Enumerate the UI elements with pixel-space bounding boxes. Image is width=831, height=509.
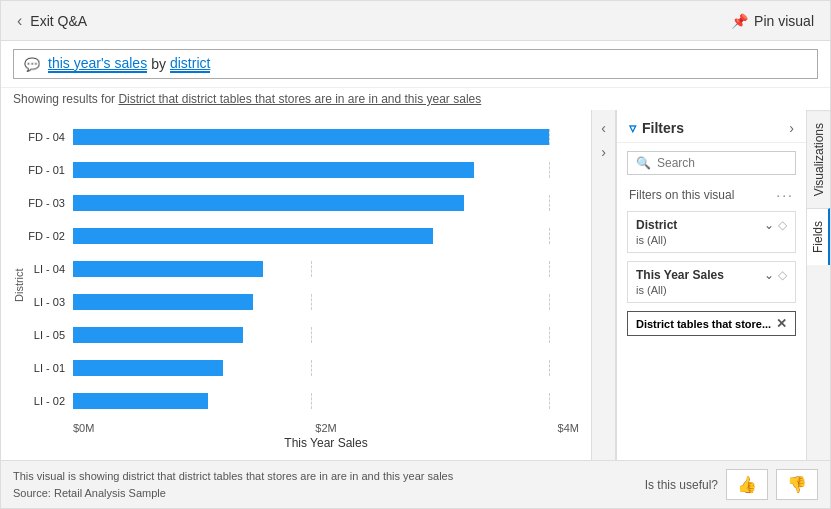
bar-row: FD - 03	[25, 192, 579, 214]
bar-track	[73, 327, 579, 343]
thumb-up-button[interactable]: 👍	[726, 469, 768, 500]
y-axis-label: District	[9, 120, 25, 450]
filters-on-visual-text: Filters on this visual	[629, 188, 734, 202]
thumb-down-button[interactable]: 👎	[776, 469, 818, 500]
bar-label: FD - 04	[25, 131, 73, 143]
filter-district-chevron[interactable]: ⌄	[764, 218, 774, 232]
bar-label: LI - 03	[25, 296, 73, 308]
bar-row: FD - 04	[25, 126, 579, 148]
bar-track	[73, 360, 579, 376]
pin-visual-button[interactable]: 📌 Pin visual	[731, 13, 814, 29]
search-query-part1: this year's sales	[48, 55, 147, 73]
filter-district-clear[interactable]: ◇	[778, 218, 787, 232]
bar-label: LI - 01	[25, 362, 73, 374]
filters-title: ▿ Filters	[629, 120, 684, 136]
top-bar: ‹ Exit Q&A 📌 Pin visual	[1, 1, 830, 41]
filter-tag[interactable]: District tables that store... ✕	[627, 311, 796, 336]
filters-title-text: Filters	[642, 120, 684, 136]
filters-search[interactable]: 🔍	[627, 151, 796, 175]
bar-row: LI - 01	[25, 357, 579, 379]
search-text: this year's sales by district	[48, 55, 210, 73]
filter-thisyearsales-icons: ⌄ ◇	[764, 268, 787, 282]
x-axis: $0M $2M $4M	[25, 418, 579, 434]
bar-track	[73, 393, 579, 409]
bar-fill[interactable]	[73, 129, 549, 145]
nav-left-button[interactable]: ‹	[599, 118, 608, 138]
bar-row: FD - 02	[25, 225, 579, 247]
tab-visualizations[interactable]: Visualizations	[807, 110, 830, 208]
bar-label: LI - 05	[25, 329, 73, 341]
bar-row: LI - 05	[25, 324, 579, 346]
bar-fill[interactable]	[73, 261, 263, 277]
bar-row: LI - 04	[25, 258, 579, 280]
x-tick-2: $4M	[558, 422, 579, 434]
filter-district-icons: ⌄ ◇	[764, 218, 787, 232]
bar-fill[interactable]	[73, 228, 433, 244]
side-nav: ‹ ›	[592, 110, 616, 460]
main-content: District FD - 04FD - 01FD - 03FD - 02LI …	[1, 110, 830, 460]
useful-label: Is this useful?	[645, 478, 718, 492]
x-tick-1: $2M	[315, 422, 336, 434]
filter-tag-remove[interactable]: ✕	[776, 316, 787, 331]
tab-fields[interactable]: Fields	[807, 208, 830, 265]
search-bar-container: 💬 this year's sales by district	[1, 41, 830, 88]
results-prefix: Showing results for	[13, 92, 118, 106]
bar-row: LI - 03	[25, 291, 579, 313]
bottom-right: Is this useful? 👍 👎	[645, 469, 818, 500]
bar-fill[interactable]	[73, 294, 253, 310]
filters-on-visual-label: Filters on this visual ···	[617, 183, 806, 207]
filter-thisyearsales-clear[interactable]: ◇	[778, 268, 787, 282]
bar-label: FD - 02	[25, 230, 73, 242]
filters-search-input[interactable]	[657, 156, 787, 170]
search-by-word: by	[151, 56, 166, 72]
chart-wrapper: District FD - 04FD - 01FD - 03FD - 02LI …	[9, 120, 579, 450]
tab-visualizations-label: Visualizations	[812, 123, 826, 196]
filters-panel: ▿ Filters › 🔍 Filters on this visual ···…	[616, 110, 806, 460]
chart-area: District FD - 04FD - 01FD - 03FD - 02LI …	[1, 110, 591, 460]
bar-track	[73, 228, 579, 244]
bar-track	[73, 294, 579, 310]
bottom-bar: This visual is showing district that dis…	[1, 460, 830, 508]
filter-item-district-header: District ⌄ ◇	[636, 218, 787, 232]
exit-label: Exit Q&A	[30, 13, 87, 29]
pin-label: Pin visual	[754, 13, 814, 29]
bar-label: LI - 04	[25, 263, 73, 275]
bar-fill[interactable]	[73, 195, 464, 211]
filter-thisyearsales-name: This Year Sales	[636, 268, 724, 282]
bar-fill[interactable]	[73, 360, 223, 376]
filter-item-thisyearsales-header: This Year Sales ⌄ ◇	[636, 268, 787, 282]
filter-thisyearsales-chevron[interactable]: ⌄	[764, 268, 774, 282]
bar-label: FD - 01	[25, 164, 73, 176]
bar-fill[interactable]	[73, 327, 243, 343]
filter-district-value: is (All)	[636, 234, 787, 246]
filter-district-name: District	[636, 218, 677, 232]
bars-container: FD - 04FD - 01FD - 03FD - 02LI - 04LI - …	[25, 120, 579, 418]
filter-item-district: District ⌄ ◇ is (All)	[627, 211, 796, 253]
bar-track	[73, 261, 579, 277]
bottom-line2: Source: Retail Analysis Sample	[13, 485, 453, 502]
tab-fields-label: Fields	[811, 221, 825, 253]
chevron-left-icon: ‹	[17, 12, 22, 30]
right-panel: ‹ › ▿ Filters › 🔍 Filters on this v	[591, 110, 830, 460]
bar-row: LI - 02	[25, 390, 579, 412]
filter-tag-text: District tables that store...	[636, 318, 771, 330]
filters-search-icon: 🔍	[636, 156, 651, 170]
filters-collapse-button[interactable]: ›	[789, 120, 794, 136]
nav-right-button[interactable]: ›	[599, 142, 608, 162]
chat-icon: 💬	[24, 57, 40, 72]
bar-fill[interactable]	[73, 162, 474, 178]
side-tabs: Visualizations Fields	[806, 110, 830, 460]
filter-item-thisyearsales: This Year Sales ⌄ ◇ is (All)	[627, 261, 796, 303]
bar-fill[interactable]	[73, 393, 208, 409]
x-axis-label: This Year Sales	[25, 434, 579, 450]
bar-track	[73, 195, 579, 211]
search-input-wrapper[interactable]: 💬 this year's sales by district	[13, 49, 818, 79]
exit-qna-button[interactable]: ‹ Exit Q&A	[17, 12, 87, 30]
filters-dots-menu[interactable]: ···	[776, 187, 794, 203]
filters-header: ▿ Filters ›	[617, 110, 806, 143]
bar-row: FD - 01	[25, 159, 579, 181]
bar-label: FD - 03	[25, 197, 73, 209]
results-link[interactable]: District that district tables that store…	[118, 92, 481, 106]
search-query-part2: district	[170, 55, 210, 73]
x-tick-0: $0M	[73, 422, 94, 434]
